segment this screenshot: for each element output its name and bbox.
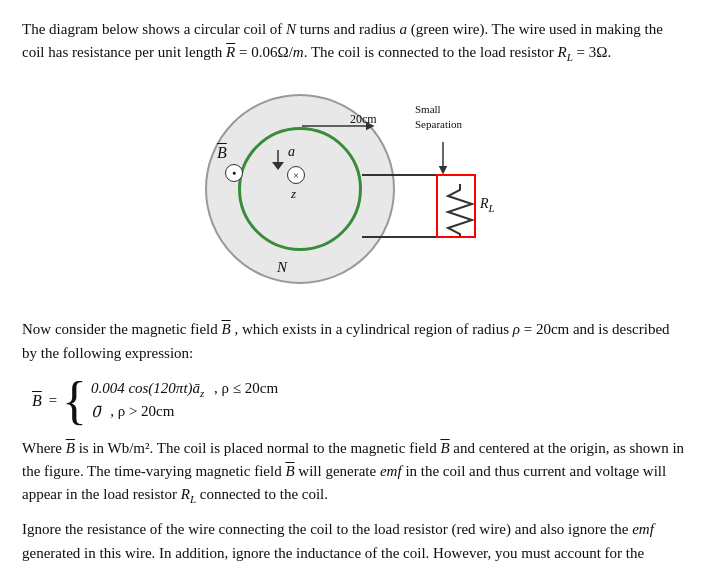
sep-label: Small Separation bbox=[415, 102, 462, 131]
expr-section: B = { 0.004 cos(120πt)āz , ρ ≤ 20cm 0̄ ,… bbox=[22, 375, 688, 427]
red-wire-top bbox=[436, 174, 476, 176]
a-label: a bbox=[270, 144, 295, 160]
green-coil-circle bbox=[238, 127, 362, 251]
wire-top-left bbox=[362, 174, 437, 176]
rl-label: RL bbox=[480, 196, 495, 214]
red-wire-vertical-left bbox=[436, 174, 438, 238]
svg-marker-1 bbox=[272, 162, 284, 170]
diagram-container: B ● × z a bbox=[22, 84, 688, 304]
resistor-symbol bbox=[444, 184, 476, 240]
b-field-label: B bbox=[217, 144, 227, 162]
n-label: N bbox=[277, 259, 287, 276]
expr-cases: 0.004 cos(120πt)āz , ρ ≤ 20cm 0̄ , ρ > 2… bbox=[91, 380, 278, 421]
expr-case-1: 0.004 cos(120πt)āz , ρ ≤ 20cm bbox=[91, 380, 278, 399]
z-axis-label: z bbox=[291, 186, 296, 202]
cm-label: 20cm bbox=[350, 112, 377, 127]
page-content: The diagram below shows a circular coil … bbox=[22, 18, 688, 568]
where-paragraph: Where B is in Wb/m². The coil is placed … bbox=[22, 437, 688, 509]
intro-paragraph: The diagram below shows a circular coil … bbox=[22, 18, 688, 66]
wire-bottom-left bbox=[362, 236, 437, 238]
expr-case-2: 0̄ , ρ > 20cm bbox=[91, 403, 278, 421]
intro-text-1: The diagram below shows a circular coil … bbox=[22, 21, 663, 60]
diagram-wrapper: B ● × z a bbox=[155, 84, 555, 304]
now-paragraph: Now consider the magnetic field B , whic… bbox=[22, 318, 688, 365]
ignore-paragraph: Ignore the resistance of the wire connec… bbox=[22, 518, 688, 568]
